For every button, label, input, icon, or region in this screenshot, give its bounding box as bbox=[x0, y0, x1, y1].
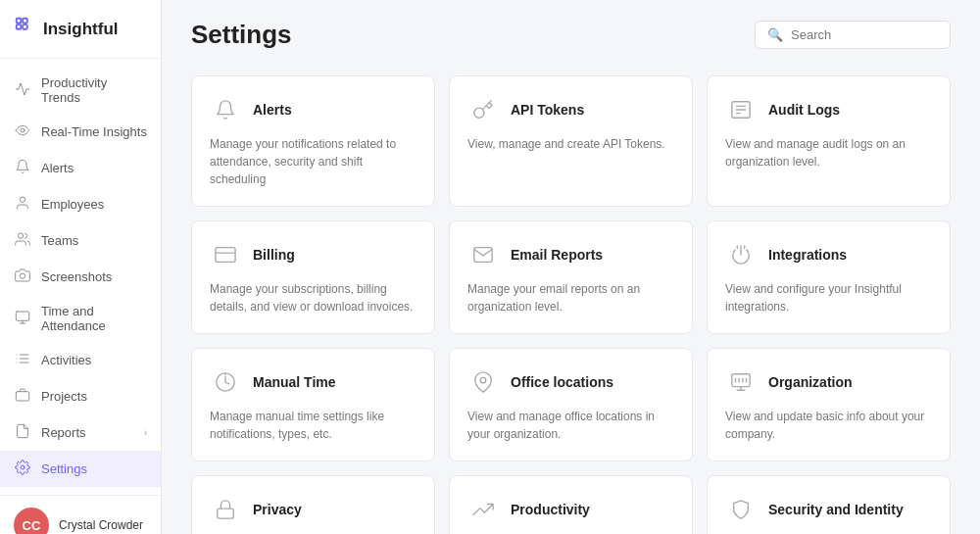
card-title-manual-time: Manual Time bbox=[253, 374, 336, 390]
sidebar-label-teams: Teams bbox=[41, 233, 147, 248]
card-api-tokens[interactable]: API Tokens View, manage and create API T… bbox=[449, 75, 693, 207]
sidebar-item-employees[interactable]: Employees bbox=[0, 186, 161, 222]
card-desc-integrations: View and configure your Insightful integ… bbox=[725, 280, 932, 316]
search-input[interactable] bbox=[791, 27, 938, 42]
card-billing[interactable]: Billing Manage your subscriptions, billi… bbox=[191, 220, 435, 334]
search-box[interactable]: 🔍 bbox=[755, 21, 951, 49]
sidebar-item-time-attendance[interactable]: Time and Attendance bbox=[0, 295, 161, 342]
app-name: Insightful bbox=[43, 20, 118, 39]
sidebar-label-time-attendance: Time and Attendance bbox=[41, 304, 147, 333]
svg-rect-3 bbox=[23, 24, 27, 29]
sidebar-item-projects[interactable]: Projects bbox=[0, 378, 161, 414]
avatar: CC bbox=[14, 508, 49, 534]
card-icon bbox=[210, 239, 241, 270]
lock-icon bbox=[210, 494, 241, 525]
card-title-alerts: Alerts bbox=[253, 102, 292, 118]
org-icon bbox=[725, 366, 757, 398]
card-title-office-locations: Office locations bbox=[511, 374, 613, 390]
card-header-manual-time: Manual Time bbox=[210, 366, 416, 398]
activities-icon bbox=[14, 351, 31, 369]
sidebar-label-alerts: Alerts bbox=[41, 161, 147, 175]
gear-icon bbox=[14, 460, 31, 478]
card-title-organization: Organization bbox=[768, 374, 853, 390]
card-header-billing: Billing bbox=[210, 239, 416, 270]
card-security-and-identity[interactable]: Security and Identity View and configure… bbox=[707, 475, 951, 534]
card-title-billing: Billing bbox=[253, 247, 295, 263]
users-icon bbox=[14, 231, 31, 250]
card-desc-email-reports: Manage your email reports on an organiza… bbox=[467, 280, 674, 316]
eye-icon bbox=[14, 122, 31, 141]
svg-rect-37 bbox=[218, 509, 234, 518]
key-icon bbox=[467, 94, 499, 125]
sidebar-label-settings: Settings bbox=[41, 461, 147, 476]
file-icon bbox=[14, 423, 31, 442]
svg-rect-8 bbox=[16, 312, 28, 320]
svg-point-29 bbox=[480, 377, 486, 383]
card-header-alerts: Alerts bbox=[210, 94, 416, 125]
sidebar-item-alerts[interactable]: Alerts bbox=[0, 150, 161, 186]
svg-point-4 bbox=[21, 128, 24, 132]
main-content: Settings 🔍 Alerts Manage your notificati… bbox=[162, 0, 980, 534]
bell-icon bbox=[210, 94, 241, 125]
card-title-privacy: Privacy bbox=[253, 502, 302, 517]
envelope-icon bbox=[467, 239, 499, 270]
sidebar-item-reports[interactable]: Reports › bbox=[0, 414, 161, 451]
card-privacy[interactable]: Privacy View and change privacy-related … bbox=[191, 475, 435, 534]
card-desc-api-tokens: View, manage and create API Tokens. bbox=[467, 135, 674, 153]
user-name: Crystal Crowder bbox=[59, 518, 143, 532]
user-icon bbox=[14, 195, 31, 214]
sidebar-item-real-time-insights[interactable]: Real-Time Insights bbox=[0, 114, 161, 150]
card-desc-alerts: Manage your notifications related to att… bbox=[210, 135, 416, 188]
chevron-icon: › bbox=[144, 427, 147, 438]
sidebar-item-settings[interactable]: Settings bbox=[0, 451, 161, 487]
card-title-integrations: Integrations bbox=[768, 247, 847, 263]
app-logo[interactable]: Insightful bbox=[0, 0, 161, 59]
card-title-security-and-identity: Security and Identity bbox=[768, 502, 904, 517]
svg-rect-15 bbox=[16, 392, 28, 401]
bell-icon bbox=[14, 159, 31, 177]
card-title-productivity: Productivity bbox=[511, 502, 590, 517]
main-header: Settings 🔍 bbox=[162, 0, 980, 60]
svg-rect-30 bbox=[732, 374, 750, 387]
sidebar-item-screenshots[interactable]: Screenshots bbox=[0, 259, 161, 295]
sidebar-label-screenshots: Screenshots bbox=[41, 269, 147, 284]
card-header-audit-logs: Audit Logs bbox=[725, 94, 932, 125]
sidebar-item-teams[interactable]: Teams bbox=[0, 222, 161, 259]
sidebar-item-productivity-trends[interactable]: Productivity Trends bbox=[0, 67, 161, 114]
svg-point-6 bbox=[18, 233, 23, 238]
svg-point-5 bbox=[20, 197, 24, 202]
card-desc-organization: View and update basic info about your co… bbox=[725, 408, 932, 443]
sidebar-label-real-time-insights: Real-Time Insights bbox=[41, 124, 147, 139]
card-desc-office-locations: View and manage office locations in your… bbox=[467, 408, 674, 443]
card-integrations[interactable]: Integrations View and configure your Ins… bbox=[707, 220, 951, 334]
sidebar-nav: Productivity Trends Real-Time Insights A… bbox=[0, 59, 161, 495]
card-title-email-reports: Email Reports bbox=[511, 247, 603, 263]
shield-icon bbox=[725, 494, 757, 525]
card-alerts[interactable]: Alerts Manage your notifications related… bbox=[191, 75, 435, 207]
card-header-organization: Organization bbox=[725, 366, 932, 398]
cards-container: Alerts Manage your notifications related… bbox=[162, 60, 980, 534]
card-title-audit-logs: Audit Logs bbox=[768, 102, 840, 118]
card-organization[interactable]: Organization View and update basic info … bbox=[707, 348, 951, 461]
svg-rect-1 bbox=[23, 19, 27, 24]
card-audit-logs[interactable]: Audit Logs View and manage audit logs on… bbox=[707, 75, 951, 207]
sidebar-label-activities: Activities bbox=[41, 353, 147, 367]
user-profile[interactable]: CC Crystal Crowder bbox=[0, 495, 161, 534]
clock-icon bbox=[14, 310, 31, 328]
card-manual-time[interactable]: Manual Time Manage manual time settings … bbox=[191, 348, 435, 461]
card-email-reports[interactable]: Email Reports Manage your email reports … bbox=[449, 220, 693, 334]
manual-time-icon bbox=[210, 366, 241, 398]
card-header-office-locations: Office locations bbox=[467, 366, 674, 398]
svg-point-16 bbox=[21, 465, 24, 469]
svg-rect-22 bbox=[216, 248, 235, 263]
card-header-productivity: Productivity bbox=[467, 494, 674, 525]
logo-icon bbox=[14, 16, 35, 42]
trend-icon bbox=[467, 494, 499, 525]
card-productivity[interactable]: Productivity Manage your productivity la… bbox=[449, 475, 693, 534]
sidebar-item-activities[interactable]: Activities bbox=[0, 342, 161, 378]
card-title-api-tokens: API Tokens bbox=[511, 102, 584, 118]
card-header-security-and-identity: Security and Identity bbox=[725, 494, 932, 525]
card-office-locations[interactable]: Office locations View and manage office … bbox=[449, 348, 693, 461]
card-desc-manual-time: Manage manual time settings like notific… bbox=[210, 408, 416, 443]
location-icon bbox=[467, 366, 499, 398]
